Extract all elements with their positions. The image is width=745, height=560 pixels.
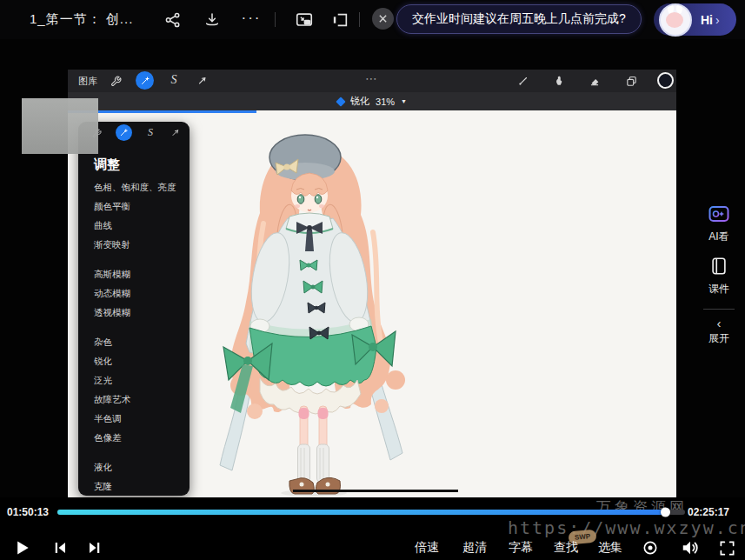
sharpen-label: 锐化 [350, 95, 369, 108]
progress-bar[interactable] [57, 510, 685, 515]
panel-transform-arrow-icon[interactable] [169, 126, 183, 140]
menu-item[interactable]: 颜色平衡 [78, 197, 190, 216]
titlebar-separator [359, 12, 360, 27]
drawing-canvas[interactable]: S 调整 色相、饱和度、亮度颜色平衡曲线渐变映射高斯模糊动态模糊透视模糊杂色锐化… [68, 110, 676, 497]
video-title: 1_第一节： 创... [30, 11, 133, 28]
menu-item[interactable]: 渐变映射 [78, 235, 190, 254]
notification-text: 交作业时间建议在周五晚上几点前完成? [412, 11, 626, 27]
menu-item[interactable]: 锐化 [78, 351, 190, 370]
color-picker-icon[interactable] [657, 72, 674, 89]
menu-item[interactable]: 动态模糊 [78, 283, 190, 303]
subtitle-button[interactable]: 字幕 [509, 538, 533, 557]
menu-item[interactable]: 色像差 [78, 428, 190, 447]
menu-item[interactable]: 故障艺术 [78, 390, 190, 409]
right-rail: AI看 课件 ‹ 展开 [697, 204, 741, 358]
chevron-down-icon: ▼ [401, 98, 407, 104]
next-episode-button[interactable] [87, 538, 103, 557]
current-time: 01:50:13 [7, 506, 49, 518]
courseware-button[interactable]: 课件 [697, 257, 741, 297]
layers-icon[interactable] [623, 73, 639, 89]
menu-item[interactable]: 液化 [78, 457, 190, 477]
rail-divider [703, 309, 735, 310]
menu-item[interactable]: 色相、饱和度、亮度 [78, 177, 190, 197]
toolbar-more-icon[interactable]: ⋯ [365, 71, 378, 85]
titlebar-separator [275, 12, 276, 27]
total-time: 02:25:17 [688, 506, 729, 518]
gallery-button[interactable]: 图库 [78, 75, 97, 88]
wrench-icon[interactable] [108, 73, 123, 89]
eraser-icon[interactable] [587, 73, 602, 89]
video-stage[interactable]: 图库 S ⋯ [0, 39, 745, 497]
adjustments-wand-icon[interactable] [136, 71, 154, 90]
assistant-pill[interactable]: Hi › [654, 3, 736, 36]
chevron-right-icon: › [715, 13, 720, 27]
menu-item[interactable]: 高斯模糊 [78, 264, 190, 283]
speed-button[interactable]: 倍速 [415, 538, 439, 557]
adjustments-title: 调整 [94, 157, 120, 173]
avatar-face [666, 12, 683, 28]
hi-label: Hi [701, 13, 713, 27]
menu-item[interactable]: 杂色 [78, 332, 190, 351]
close-icon[interactable] [372, 8, 394, 30]
dock-window-icon[interactable] [329, 10, 350, 30]
selection-icon[interactable]: S [166, 72, 182, 88]
progress-fill [57, 510, 666, 515]
anime-girl-illustration [203, 119, 455, 497]
sharpen-value: 31% [376, 97, 395, 107]
fullscreen-icon[interactable] [719, 538, 735, 557]
panel-adjustments-wand-icon[interactable] [116, 124, 132, 141]
expand-button[interactable]: ‹ 展开 [697, 318, 741, 346]
sharpen-value-bar[interactable]: 锐化 31% ▼ [68, 92, 676, 110]
app-window: 1_第一节： 创... ··· [0, 0, 745, 560]
adjustments-panel: S 调整 色相、饱和度、亮度颜色平衡曲线渐变映射高斯模糊动态模糊透视模糊杂色锐化… [78, 122, 190, 496]
record-icon[interactable] [642, 538, 659, 557]
menu-item[interactable]: 克隆 [78, 477, 190, 496]
blue-diamond-icon [336, 97, 345, 106]
titlebar: 1_第一节： 创... ··· [0, 0, 745, 39]
menu-item[interactable]: 泛光 [78, 370, 190, 390]
share-icon[interactable] [163, 10, 183, 30]
episodes-button[interactable]: 选集 [598, 538, 622, 557]
picture-in-picture-icon[interactable] [294, 10, 315, 30]
previous-episode-button[interactable] [52, 538, 68, 557]
download-icon[interactable] [202, 10, 223, 30]
volume-icon[interactable] [681, 538, 700, 557]
ai-watch-label: AI看 [697, 230, 741, 244]
chevron-left-icon: ‹ [697, 318, 741, 329]
adjustments-menu-list: 色相、饱和度、亮度颜色平衡曲线渐变映射高斯模糊动态模糊透视模糊杂色锐化泛光故障艺… [78, 177, 190, 497]
brush-icon[interactable] [516, 73, 531, 89]
progress-handle[interactable] [661, 508, 670, 517]
canvas-scrub-line [293, 490, 458, 492]
video-frame: 图库 S ⋯ [68, 70, 676, 497]
watermark-url: https://www.wxzyw.cn [508, 517, 745, 538]
more-icon[interactable]: ··· [241, 8, 262, 29]
menu-item[interactable]: 透视模糊 [78, 303, 190, 322]
play-button[interactable] [14, 538, 31, 557]
notification-banner[interactable]: 交作业时间建议在周五晚上几点前完成? [396, 4, 642, 34]
menu-item[interactable]: 曲线 [78, 216, 190, 235]
smudge-icon[interactable] [551, 73, 567, 89]
procreate-toolbar: 图库 S ⋯ [68, 70, 676, 92]
transform-arrow-icon[interactable] [195, 73, 210, 89]
menu-item[interactable]: 半色调 [78, 409, 190, 428]
player-bar: 万象资源网 01:50:13 02:25:17 https://www.wxzy… [0, 497, 745, 560]
avatar [659, 3, 692, 37]
courseware-label: 课件 [697, 282, 741, 297]
panel-selection-icon[interactable]: S [143, 125, 157, 139]
find-button[interactable]: 查找 [554, 538, 578, 557]
quality-button[interactable]: 超清 [462, 538, 487, 557]
ai-watch-button[interactable]: AI看 [697, 204, 741, 244]
expand-label: 展开 [697, 331, 741, 346]
gray-overlay-box [22, 98, 98, 154]
